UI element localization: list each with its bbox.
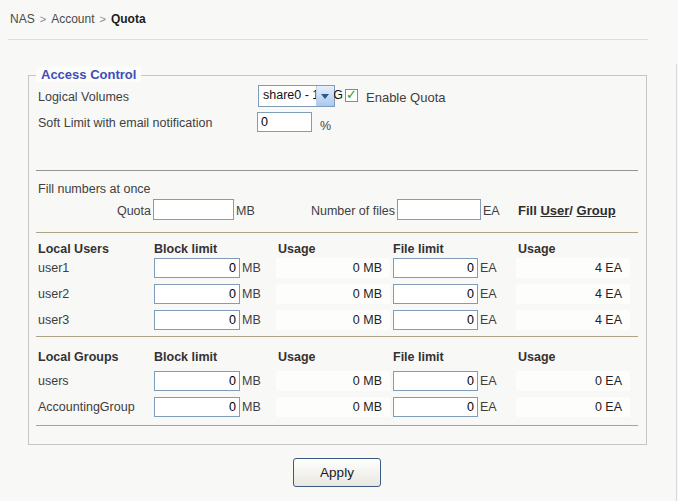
block-limit-unit: MB xyxy=(242,310,261,330)
select-dropdown-button[interactable] xyxy=(316,86,334,106)
table-row-accounting-group: AccountingGroup MB 0 MB EA 0 EA xyxy=(0,397,678,417)
logical-volumes-select[interactable]: share0 - 196G xyxy=(258,85,335,107)
file-limit-header: File limit xyxy=(393,349,444,365)
section-divider xyxy=(36,170,638,171)
block-limit-input[interactable] xyxy=(154,397,240,417)
file-limit-input[interactable] xyxy=(393,371,478,391)
breadcrumb: NAS>Account>Quota xyxy=(10,12,146,26)
block-limit-input[interactable] xyxy=(154,284,240,304)
fill-links-separator: / xyxy=(569,203,573,218)
user-name: user1 xyxy=(38,258,69,278)
file-limit-unit: EA xyxy=(480,284,497,304)
block-usage-value: 0 MB xyxy=(276,397,390,417)
file-limit-unit: EA xyxy=(480,258,497,278)
fill-quota-unit: MB xyxy=(236,204,255,218)
fill-quota-label: Quota xyxy=(60,204,151,218)
access-control-legend: Access Control xyxy=(36,67,141,82)
file-usage-value: 4 EA xyxy=(516,258,630,278)
file-limit-input[interactable] xyxy=(393,284,478,304)
section-line xyxy=(36,232,638,233)
fill-links: Fill User/ Group xyxy=(518,203,616,218)
block-limit-input[interactable] xyxy=(154,371,240,391)
section-line xyxy=(36,425,638,426)
fill-numbers-title: Fill numbers at once xyxy=(38,182,151,196)
block-usage-value: 0 MB xyxy=(276,310,390,330)
table-row-users-group: users MB 0 MB EA 0 EA xyxy=(0,371,678,391)
soft-limit-input[interactable] xyxy=(257,112,312,132)
block-limit-unit: MB xyxy=(242,397,261,417)
soft-limit-label: Soft Limit with email notification xyxy=(38,116,212,130)
fill-files-label: Number of files xyxy=(280,204,395,218)
enable-quota-label: Enable Quota xyxy=(366,90,446,105)
checkmark-icon: ✓ xyxy=(346,88,357,101)
file-usage-value: 4 EA xyxy=(516,284,630,304)
quota-settings-page: NAS>Account>Quota Access Control Logical… xyxy=(0,0,678,501)
usage-header: Usage xyxy=(278,241,316,257)
file-limit-unit: EA xyxy=(480,310,497,330)
content-right-border xyxy=(676,64,677,501)
users-table-title: Local Users xyxy=(38,241,109,257)
fill-files-input[interactable] xyxy=(397,199,481,220)
group-name: users xyxy=(38,371,69,391)
user-name: user3 xyxy=(38,310,69,330)
block-limit-unit: MB xyxy=(242,258,261,278)
chevron-down-icon xyxy=(321,94,329,99)
breadcrumb-item-account[interactable]: Account xyxy=(51,12,94,26)
block-usage-value: 0 MB xyxy=(276,371,390,391)
group-name: AccountingGroup xyxy=(38,397,135,417)
fill-group-link[interactable]: Group xyxy=(577,203,616,218)
user-name: user2 xyxy=(38,284,69,304)
apply-button[interactable]: Apply xyxy=(293,458,381,487)
block-limit-unit: MB xyxy=(242,371,261,391)
logical-volumes-label: Logical Volumes xyxy=(38,90,129,104)
section-line xyxy=(36,336,638,337)
block-limit-input[interactable] xyxy=(154,310,240,330)
file-usage-value: 0 EA xyxy=(516,371,630,391)
usage-header: Usage xyxy=(518,349,556,365)
enable-quota-checkbox[interactable]: ✓ xyxy=(345,89,358,102)
usage-header: Usage xyxy=(278,349,316,365)
file-usage-value: 0 EA xyxy=(516,397,630,417)
fill-label: Fill xyxy=(518,203,537,218)
groups-table-title: Local Groups xyxy=(38,349,119,365)
file-limit-input[interactable] xyxy=(393,397,478,417)
file-limit-unit: EA xyxy=(480,397,497,417)
usage-header: Usage xyxy=(518,241,556,257)
breadcrumb-item-nas[interactable]: NAS xyxy=(10,12,35,26)
breadcrumb-item-quota: Quota xyxy=(111,12,146,26)
fill-files-unit: EA xyxy=(483,204,500,218)
file-limit-input[interactable] xyxy=(393,258,478,278)
table-row-user2: user2 MB 0 MB EA 4 EA xyxy=(0,284,678,304)
soft-limit-unit: % xyxy=(320,119,331,133)
fill-quota-input[interactable] xyxy=(153,199,234,220)
fill-user-link[interactable]: User xyxy=(540,203,569,218)
groups-table-header: Local Groups Block limit Usage File limi… xyxy=(0,349,678,365)
file-limit-input[interactable] xyxy=(393,310,478,330)
file-usage-value: 4 EA xyxy=(516,310,630,330)
file-limit-header: File limit xyxy=(393,241,444,257)
table-row-user1: user1 MB 0 MB EA 4 EA xyxy=(0,258,678,278)
block-usage-value: 0 MB xyxy=(276,284,390,304)
table-row-user3: user3 MB 0 MB EA 4 EA xyxy=(0,310,678,330)
block-limit-unit: MB xyxy=(242,284,261,304)
file-limit-unit: EA xyxy=(480,371,497,391)
header-divider xyxy=(8,39,648,40)
block-limit-input[interactable] xyxy=(154,258,240,278)
users-table-header: Local Users Block limit Usage File limit… xyxy=(0,241,678,257)
block-limit-header: Block limit xyxy=(154,349,217,365)
block-limit-header: Block limit xyxy=(154,241,217,257)
breadcrumb-separator: > xyxy=(99,13,105,25)
block-usage-value: 0 MB xyxy=(276,258,390,278)
breadcrumb-separator: > xyxy=(40,13,46,25)
